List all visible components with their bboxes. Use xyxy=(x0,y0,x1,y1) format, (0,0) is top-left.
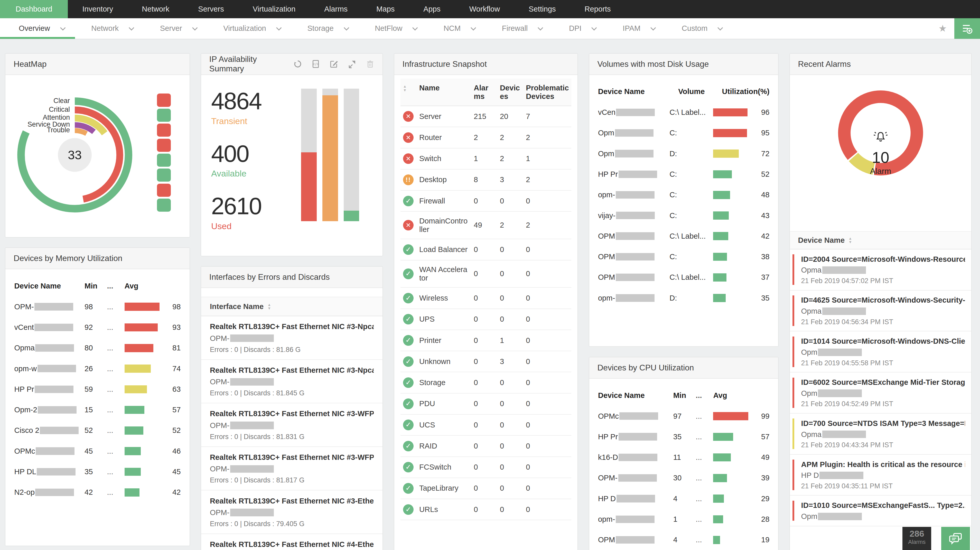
heatmap-radial-chart[interactable]: 33 xyxy=(16,95,134,214)
table-row[interactable]: Opm C: 95 xyxy=(598,123,770,143)
table-row[interactable]: DomainController 49 2 2 xyxy=(401,211,571,239)
table-row[interactable]: k16-D 11 ... 49 xyxy=(598,447,770,467)
dashboard-tab[interactable]: Custom xyxy=(663,18,730,39)
table-row[interactable]: Desktop 8 3 2 xyxy=(401,169,571,190)
topnav-item[interactable]: Workflow xyxy=(455,0,514,18)
list-item[interactable]: Realtek RTL8139C+ Fast Ethernet NIC #4-E… xyxy=(201,534,382,550)
list-item[interactable]: Realtek RTL8139C+ Fast Ethernet NIC #3-W… xyxy=(201,403,382,447)
table-row[interactable]: Unknown 0 3 0 xyxy=(401,351,571,372)
table-row[interactable]: OPMc 45 ... 46 xyxy=(14,441,181,461)
table-row[interactable]: N2-op 42 ... 42 xyxy=(14,482,181,503)
dashboard-tab[interactable]: NCM xyxy=(425,18,483,39)
column-header[interactable]: Device Name xyxy=(598,391,673,400)
dashboard-tab[interactable]: Firewall xyxy=(483,18,550,39)
alarm-list-item[interactable]: ID=1014 Source=Microsoft-Windows-DNS-Cli… xyxy=(790,331,971,372)
column-header[interactable]: Device Name xyxy=(598,87,678,96)
alarm-list-item[interactable]: ID=4625 Source=Microsoft-Windows-Securit… xyxy=(790,291,971,332)
dashboard-tab[interactable]: Storage xyxy=(288,18,356,39)
add-dashboard-button[interactable] xyxy=(954,18,980,39)
table-row[interactable]: OPM 4 ... 19 xyxy=(598,530,770,550)
topnav-item[interactable]: Virtualization xyxy=(239,0,310,18)
table-row[interactable]: HP Pr C: 52 xyxy=(598,164,770,184)
table-row[interactable]: Opm D: 72 xyxy=(598,143,770,164)
alarm-list-item[interactable]: APM Plugin: Health is critical as the re… xyxy=(790,455,971,496)
table-row[interactable]: Printer 0 1 0 xyxy=(401,330,571,351)
topnav-item[interactable]: Apps xyxy=(409,0,455,18)
table-row[interactable]: HP D 4 ... 29 xyxy=(598,488,770,509)
table-row[interactable]: HP Pr 35 ... 57 xyxy=(598,426,770,447)
table-row[interactable]: opm- 1 ... 28 xyxy=(598,509,770,529)
table-row[interactable]: RAID 0 0 0 xyxy=(401,436,571,456)
table-row[interactable]: vijay- C: 43 xyxy=(598,205,770,226)
table-row[interactable]: OPM C: 38 xyxy=(598,246,770,267)
dashboard-tab[interactable]: Network xyxy=(72,18,141,39)
chevron-down-icon[interactable] xyxy=(129,25,134,30)
list-item[interactable]: Realtek RTL8139C+ Fast Ethernet NIC #3-W… xyxy=(201,447,382,491)
chevron-down-icon[interactable] xyxy=(60,25,65,30)
dashboard-tab[interactable]: IPAM xyxy=(604,18,663,39)
dashboard-tab[interactable]: Virtualization xyxy=(204,18,288,39)
column-header[interactable]: Alarms xyxy=(471,79,498,106)
table-row[interactable]: UCS 0 0 0 xyxy=(401,414,571,436)
column-header[interactable]: Device Name xyxy=(798,236,845,245)
sort-icon[interactable]: ▲▼ xyxy=(267,303,271,310)
column-header[interactable]: Problematic Devices xyxy=(523,79,571,106)
heatmap-square[interactable] xyxy=(157,139,171,152)
table-row[interactable]: opm-w 26 ... 74 xyxy=(14,358,181,379)
column-header[interactable]: Min xyxy=(84,282,107,290)
list-item[interactable]: Realtek RTL8139C+ Fast Ethernet NIC #3-E… xyxy=(201,490,382,534)
column-header[interactable]: Interface Name xyxy=(210,302,264,311)
table-row[interactable]: Opm-2 15 ... 57 xyxy=(14,400,181,420)
edit-icon[interactable] xyxy=(329,60,338,68)
topnav-item[interactable]: Settings xyxy=(514,0,570,18)
resize-icon[interactable] xyxy=(348,60,356,68)
heatmap-square[interactable] xyxy=(157,199,171,212)
dashboard-tab[interactable]: Server xyxy=(141,18,205,39)
table-row[interactable]: opm- D: 35 xyxy=(598,288,770,308)
chevron-down-icon[interactable] xyxy=(344,25,349,30)
table-row[interactable]: Wireless 0 0 0 xyxy=(401,288,571,308)
table-row[interactable]: OPM- 30 ... 39 xyxy=(598,468,770,488)
chevron-down-icon[interactable] xyxy=(538,25,543,30)
table-row[interactable]: Switch 1 2 1 xyxy=(401,148,571,169)
feedback-chat-button[interactable] xyxy=(941,527,970,550)
chevron-down-icon[interactable] xyxy=(192,25,197,30)
table-row[interactable]: Load Balancer 0 0 0 xyxy=(401,239,571,260)
chevron-down-icon[interactable] xyxy=(592,25,597,30)
table-row[interactable]: opm- C: 48 xyxy=(598,185,770,205)
heatmap-square[interactable] xyxy=(157,109,171,122)
alarm-list-item[interactable]: ID=2004 Source=Microsoft-Windows-Resourc… xyxy=(790,250,971,291)
column-header[interactable]: Avg xyxy=(124,282,162,290)
sort-icon[interactable]: ▲▼ xyxy=(848,237,852,244)
table-row[interactable]: Server 215 20 7 xyxy=(401,106,571,127)
topnav-item[interactable]: Dashboard xyxy=(0,0,68,18)
sort-icon[interactable]: ▲▼ xyxy=(403,84,407,92)
table-row[interactable]: OPM C:\ Label... 42 xyxy=(598,226,770,246)
heatmap-square[interactable] xyxy=(157,184,171,197)
ip-bar[interactable] xyxy=(322,89,338,221)
column-header[interactable]: Name xyxy=(417,79,471,106)
table-row[interactable]: Opma 80 ... 81 xyxy=(14,338,181,358)
topnav-item[interactable]: Reports xyxy=(570,0,625,18)
table-row[interactable]: OPM C:\ Label... 37 xyxy=(598,267,770,288)
chevron-down-icon[interactable] xyxy=(718,25,723,30)
ip-bar[interactable] xyxy=(344,89,360,221)
column-header[interactable]: Device Name xyxy=(14,282,84,290)
chevron-down-icon[interactable] xyxy=(276,25,282,30)
table-row[interactable]: UPS 0 0 0 xyxy=(401,309,571,330)
heatmap-square[interactable] xyxy=(157,154,171,167)
chevron-down-icon[interactable] xyxy=(651,25,656,30)
table-row[interactable]: PDU 0 0 0 xyxy=(401,393,571,414)
alarm-list-item[interactable]: ID=700 Source=NTDS ISAM Type=3 Message=N… xyxy=(790,413,971,455)
column-header[interactable]: Utilization(%) xyxy=(722,87,770,96)
table-row[interactable]: OPMc 97 ... 99 xyxy=(598,406,770,426)
table-row[interactable]: TapeLibrary 0 0 0 xyxy=(401,478,571,499)
column-header[interactable]: Avg xyxy=(713,391,751,400)
chevron-down-icon[interactable] xyxy=(471,25,476,30)
favorite-star-icon[interactable]: ★ xyxy=(931,18,954,39)
table-row[interactable]: Storage 0 0 0 xyxy=(401,372,571,393)
alarm-list-item[interactable]: ID=1010 Source=MSExchangeFastS... Type=2… xyxy=(790,496,971,526)
column-header[interactable]: Volume xyxy=(678,87,722,96)
table-row[interactable]: FCSwitch 0 0 0 xyxy=(401,457,571,478)
table-row[interactable]: OPM- 98 ... 98 xyxy=(14,296,181,317)
